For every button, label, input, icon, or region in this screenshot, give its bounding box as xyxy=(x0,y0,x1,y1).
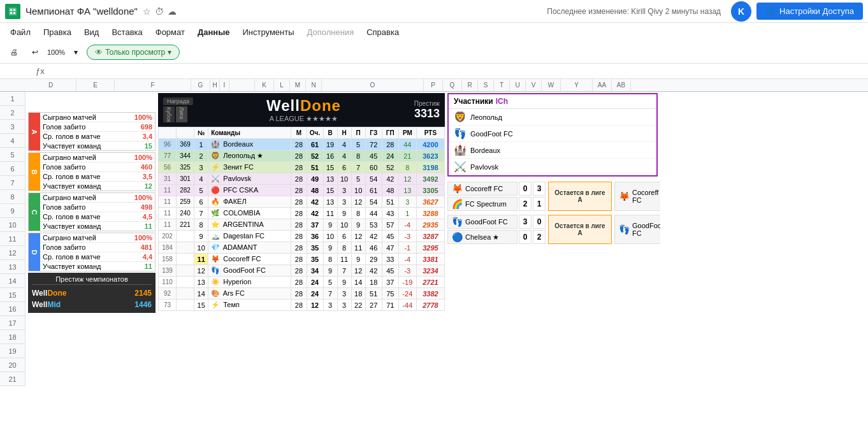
losses: 9 xyxy=(351,219,365,231)
well-done-val: 2145 xyxy=(134,289,152,298)
menu-format[interactable]: Формат xyxy=(150,26,190,38)
losses: 22 xyxy=(351,300,365,311)
group-d-header: D Сыграно матчей100% Голов забито481 Ср.… xyxy=(29,233,155,271)
participant-row-pavlovsk: ⚔️ Pavlovsk xyxy=(449,159,656,175)
team-name-text: Hyperion xyxy=(223,278,251,285)
pos-num: 12 xyxy=(194,265,208,277)
cup-val: 11 xyxy=(159,196,177,208)
prestige-display: Престиж 3313 xyxy=(414,100,440,120)
menu-file[interactable]: Файл xyxy=(5,26,36,38)
total-pts: 3492 xyxy=(416,173,444,185)
menu-edit[interactable]: Правка xyxy=(38,26,76,38)
col-pts: Оч. xyxy=(307,127,323,139)
total-pts: 2778 xyxy=(416,300,444,311)
goals-for: 29 xyxy=(365,254,382,265)
goodfoot-score1: 3 xyxy=(519,215,532,229)
goals-against: 37 xyxy=(382,277,398,288)
cup-val: 31 xyxy=(159,173,177,185)
goals-for: 54 xyxy=(365,196,382,208)
wins: 19 xyxy=(323,139,337,150)
pts-side-val: 240 xyxy=(177,208,194,219)
table-row: 158 11 🦊 Cocoreff FC 28 35 8 11 9 29 33 … xyxy=(159,254,445,265)
team-name-text: Dagestan FC xyxy=(223,232,264,240)
group-c-rows: Сыграно матчей100% Голов забито498 Ср. г… xyxy=(40,193,155,231)
team-name-cell: ☀️ Hyperion xyxy=(208,277,291,288)
formula-bar: ƒx xyxy=(0,64,868,79)
row-numbers: 1 2 3 4 5 6 7 8 9 10 11 12 13 14 15 16 1… xyxy=(0,92,25,386)
wins: 3 xyxy=(323,300,337,311)
pos-num: 4 xyxy=(194,173,208,185)
draws: 11 xyxy=(337,254,351,265)
col-o: O xyxy=(322,79,424,91)
print-button[interactable]: 🖨 xyxy=(5,45,23,59)
prestige-header-label: Престиж xyxy=(414,100,440,107)
col-m: М xyxy=(291,127,307,139)
playoff-b-match1: 👣 GoodFoot FC 3 0 xyxy=(447,215,546,229)
draws: 10 xyxy=(337,219,351,231)
pos-num: 5 xyxy=(194,185,208,196)
menu-tools[interactable]: Инструменты xyxy=(237,26,299,38)
access-button[interactable]: 👤 Настройки Доступа xyxy=(756,3,863,20)
goals-against: 52 xyxy=(382,162,398,173)
draws: 8 xyxy=(337,242,351,254)
team-icon: 🏰 xyxy=(211,140,220,148)
pts-side-val xyxy=(177,231,194,242)
draws: 10 xyxy=(337,173,351,185)
undo-button[interactable]: ↩ xyxy=(27,45,43,59)
team-name-text: Леопольд ★ xyxy=(223,152,263,159)
draws: 7 xyxy=(337,265,351,277)
group-d-label: D xyxy=(29,233,40,271)
col-u: U xyxy=(510,79,526,91)
cup-val: 184 xyxy=(159,242,177,254)
menu-data[interactable]: Данные xyxy=(192,26,235,38)
goal-diff: 1 xyxy=(398,208,416,219)
playoff-a-match2: 🌈 FC Spectrum 2 1 xyxy=(447,197,546,211)
draws: 3 xyxy=(337,300,351,311)
col-gf: ГЗ xyxy=(365,127,382,139)
total-pts: 3627 xyxy=(416,196,444,208)
group-a-header: A Сыграно матчей100% Голов забито698 Ср.… xyxy=(29,113,155,150)
avatar[interactable]: K xyxy=(731,1,751,22)
points: 35 xyxy=(307,254,323,265)
matches-played: 28 xyxy=(291,162,307,173)
view-only-button[interactable]: 👁 Только просмотр ▾ xyxy=(87,45,180,60)
losses: 14 xyxy=(351,277,365,288)
playoff-section-a: 🦊 Cocoreff FC 0 3 🌈 FC Spectrum 2 1 xyxy=(447,182,658,211)
col-w: В xyxy=(323,127,337,139)
sheet-content: 1 2 3 4 5 6 7 8 9 10 11 12 13 14 15 16 1… xyxy=(0,92,868,386)
team-name-text: Bordeaux xyxy=(223,140,253,148)
col-aa: AA xyxy=(593,79,612,91)
stats-row: Участвует команд12 xyxy=(40,182,155,191)
points: 52 xyxy=(307,150,323,162)
menu-insert[interactable]: Вставка xyxy=(106,26,147,38)
menu-help[interactable]: Справка xyxy=(361,26,404,38)
award-section: Награда Кубок Лига xyxy=(163,98,193,123)
table-row: 184 10 💎 ADAMANT 28 35 9 8 11 46 47 -1 3… xyxy=(159,242,445,254)
total-pts: 3234 xyxy=(416,265,444,277)
total-pts: 3381 xyxy=(416,254,444,265)
team-icon: ⚔️ xyxy=(211,175,220,182)
playoff-b-winner: 👣 GoodFoot FC xyxy=(614,215,660,244)
table-row: 31 301 4 ⚔️ Pavlovsk 28 49 13 10 5 54 42… xyxy=(159,173,445,185)
menu-view[interactable]: Вид xyxy=(79,26,105,38)
zoom-dropdown[interactable]: ▾ xyxy=(69,45,83,59)
matches-played: 28 xyxy=(291,277,307,288)
participant-name: Леопольд xyxy=(470,113,502,121)
points: 12 xyxy=(307,300,323,311)
table-row: 11 240 7 🌿 COLOMBIA 28 42 11 9 8 44 43 1… xyxy=(159,208,445,219)
table-row: 139 12 👣 GoodFoot FC 28 34 9 7 12 42 45 … xyxy=(159,265,445,277)
goodfoot-name: GoodFoot FC xyxy=(465,218,508,226)
losses: 5 xyxy=(351,173,365,185)
goal-diff: 13 xyxy=(398,185,416,196)
stats-row: Сыграно матчей100% xyxy=(40,193,155,203)
cocoreff-team: 🦊 Cocoreff FC xyxy=(447,182,517,196)
wins: 9 xyxy=(323,219,337,231)
team-name-text: Темп xyxy=(223,301,240,308)
col-l: L xyxy=(274,79,290,91)
group-a-stats: A Сыграно матчей100% Голов забито698 Ср.… xyxy=(28,112,156,151)
group-d-stats: D Сыграно матчей100% Голов забито481 Ср.… xyxy=(28,233,156,271)
pts-side-val xyxy=(177,300,194,311)
goal-diff: -1 xyxy=(398,242,416,254)
menu-addons[interactable]: Дополнения xyxy=(302,26,359,38)
matches-played: 28 xyxy=(291,288,307,300)
